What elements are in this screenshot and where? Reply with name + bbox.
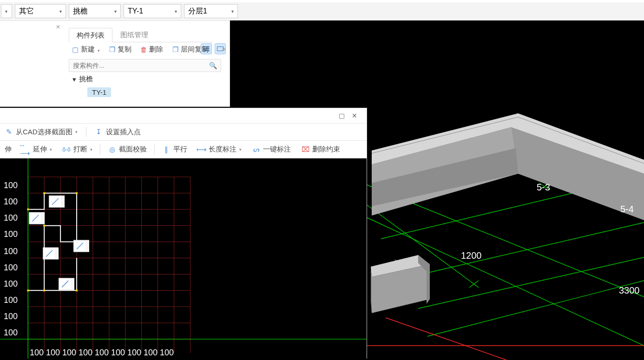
grid-x-5: 100	[111, 348, 125, 358]
dropdown-instance[interactable]: TY-1	[124, 4, 181, 18]
panel-close-icon[interactable]: ✕	[56, 24, 62, 30]
grid-x-7: 100	[144, 348, 158, 358]
component-panel: ✕ 构件列表 图纸管理 ▢新建 ❐复制 🗑删除 ❐层间复制 » 🔍 ▾挑檐 TY…	[0, 20, 230, 107]
delete-button[interactable]: 🗑删除	[137, 43, 166, 56]
grid-y-2: 100	[4, 213, 18, 223]
floor-copy-icon: ❐	[171, 46, 179, 53]
grid-y-4: 100	[4, 247, 18, 256]
grid-y-0: 100	[4, 181, 18, 190]
copy-icon: ❐	[108, 46, 116, 53]
floor-copy-button[interactable]: ❐层间复制	[169, 43, 211, 56]
editor-titlebar: ▢ ✕	[0, 108, 367, 123]
svg-line-4	[404, 223, 644, 278]
window-close-button[interactable]: ✕	[348, 109, 361, 122]
grid-x-1: 100	[46, 348, 60, 358]
grid-y-9: 100	[4, 328, 18, 338]
copy-button[interactable]: ❐复制	[105, 43, 134, 56]
grid-x-0: 100	[30, 348, 44, 358]
svg-line-6	[427, 281, 644, 336]
cad-select-button[interactable]: ✎从CAD选择截面图▾	[2, 126, 80, 138]
window-maximize-button[interactable]: ▢	[335, 109, 348, 122]
svg-line-8	[386, 318, 506, 360]
search-icon: 🔍	[209, 62, 217, 69]
axis-label-5-4: 5-4	[620, 204, 634, 215]
trim-button[interactable]: 伸	[2, 143, 14, 156]
break-icon: ŏ-ŏ	[62, 145, 71, 154]
toolbar-overflow-icon[interactable]: »	[218, 43, 230, 54]
onekey-dim-button[interactable]: ᔕ一键标注	[249, 143, 294, 156]
auto-dim-icon: ᔕ	[252, 145, 260, 154]
check-icon: ◎	[108, 145, 116, 154]
dropdown-type[interactable]: 挑檐	[69, 4, 121, 18]
parallel-button[interactable]: ∥平行	[159, 143, 190, 156]
chevron-down-icon: ▾	[72, 75, 76, 84]
grid-x-8: 100	[160, 348, 174, 358]
dropdown-category[interactable]: 其它	[15, 4, 66, 18]
grid-x-2: 100	[62, 348, 76, 358]
grid-x-6: 100	[127, 348, 141, 358]
component-search[interactable]: 🔍	[69, 59, 221, 72]
svg-rect-56	[76, 289, 78, 291]
dropdown-0[interactable]	[1, 4, 12, 18]
section-editor-window: ▢ ✕ ✎从CAD选择截面图▾ ↧设置插入点 伸 --⟶延伸▾ ŏ-ŏ打断▾ ◎…	[0, 108, 367, 359]
new-icon: ▢	[72, 46, 79, 53]
length-dim-button[interactable]: ⟼长度标注▾	[195, 143, 244, 156]
parallel-icon: ∥	[162, 145, 171, 154]
new-button[interactable]: ▢新建	[69, 43, 103, 56]
grid-y-6: 100	[4, 279, 18, 289]
dim-3300: 3300	[619, 285, 640, 296]
extend-icon: --⟶	[22, 145, 30, 154]
extend-button[interactable]: --⟶延伸▾	[19, 143, 55, 156]
del-constraint-icon: ⌧	[301, 145, 309, 154]
grid-x-4: 100	[95, 348, 109, 358]
dropdown-layer[interactable]: 分层1	[184, 4, 238, 18]
dim-1200: 1200	[461, 250, 482, 261]
grid-y-5: 100	[4, 263, 18, 273]
panel-tabs: 构件列表 图纸管理	[69, 27, 213, 42]
svg-rect-57	[27, 289, 29, 291]
trash-icon: 🗑	[140, 46, 147, 53]
break-button[interactable]: ŏ-ŏ打断▾	[59, 143, 95, 156]
dimension-icon: ⟼	[197, 145, 206, 154]
search-input[interactable]	[73, 62, 209, 69]
grid-y-3: 100	[4, 229, 18, 239]
grid-y-1: 100	[4, 197, 18, 207]
svg-rect-51	[43, 192, 45, 194]
tab-drawing-mgmt[interactable]: 图纸管理	[112, 27, 156, 42]
component-toolbar: ▢新建 ❐复制 🗑删除 ❐层间复制	[69, 43, 211, 56]
section-check-button[interactable]: ◎截面校验	[105, 143, 150, 156]
axis-label-5-3: 5-3	[537, 182, 550, 193]
svg-rect-50	[27, 209, 29, 210]
grid-y-7: 100	[4, 295, 18, 305]
grid-x-3: 100	[79, 348, 92, 358]
component-tree: ▾挑檐 TY-1	[69, 73, 111, 97]
svg-rect-55	[43, 289, 45, 291]
editor-toolbar-2: 伸 --⟶延伸▾ ŏ-ŏ打断▾ ◎截面校验 ∥平行 ⟼长度标注▾ ᔕ一键标注 ⌧…	[0, 141, 367, 158]
top-toolbar: 其它 挑檐 TY-1 分层1	[0, 2, 644, 20]
svg-rect-54	[43, 225, 45, 227]
set-insertpoint-button[interactable]: ↧设置插入点	[92, 126, 144, 138]
delete-constraint-button[interactable]: ⌧删除约束	[298, 143, 343, 156]
grid-y-8: 100	[4, 312, 18, 321]
cad-icon: ✎	[5, 128, 13, 136]
svg-rect-52	[76, 192, 78, 194]
tree-item-ty1[interactable]: TY-1	[87, 87, 111, 97]
tab-component-list[interactable]: 构件列表	[69, 28, 112, 42]
insert-point-icon: ↧	[95, 128, 103, 136]
editor-toolbar-1: ✎从CAD选择截面图▾ ↧设置插入点	[0, 123, 367, 141]
tree-node-root[interactable]: ▾挑檐	[69, 73, 111, 85]
section-canvas[interactable]: 100 100 100 100 100 100 100 100 100 100 …	[0, 158, 367, 359]
